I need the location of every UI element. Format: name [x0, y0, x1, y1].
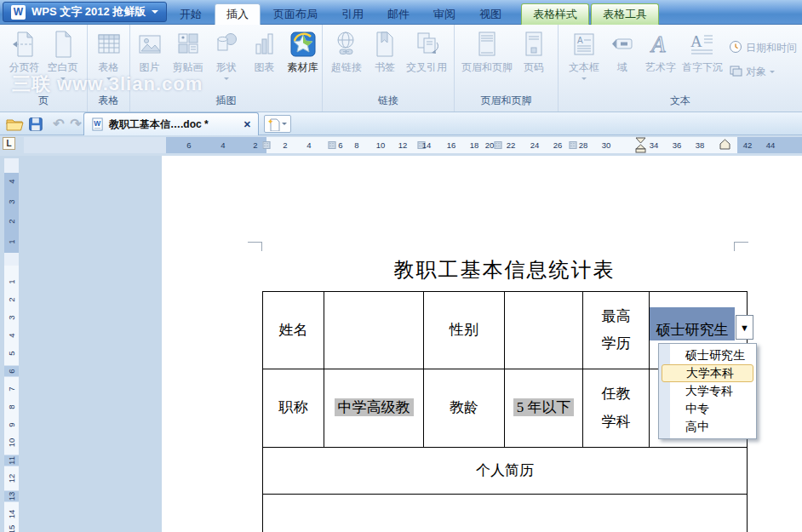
cell-subject-label[interactable]: 任教 学科	[583, 369, 650, 448]
header-footer-icon	[472, 29, 502, 60]
dropdown-option-highlighted[interactable]: 大学本科	[662, 364, 753, 382]
new-document-button[interactable]: ✦	[264, 115, 291, 133]
ribbon-group-text: A 文本框 域 A 艺术字	[559, 25, 802, 112]
tab-table-tools[interactable]: 表格工具	[591, 3, 659, 25]
wordart-icon: A	[645, 29, 676, 60]
cell-gender-label[interactable]: 性别	[424, 292, 505, 369]
date-time-button[interactable]: 日期和时间	[729, 40, 797, 56]
picture-button[interactable]: 图片	[131, 29, 169, 75]
tab-stop-selector[interactable]: L	[3, 137, 15, 150]
clipart-library-button[interactable]: 素材库	[284, 29, 322, 75]
chevron-down-icon	[152, 10, 158, 17]
object-button[interactable]: 对象	[729, 64, 797, 80]
form-field-years[interactable]: 5 年以下	[513, 398, 575, 416]
ruler-tick: 2	[7, 294, 16, 306]
cell-name-value[interactable]	[324, 292, 424, 369]
cell-years-label[interactable]: 教龄	[424, 369, 505, 448]
table-column-marker[interactable]	[495, 141, 502, 149]
cell-resume-body[interactable]	[263, 495, 748, 532]
tab-review[interactable]: 审阅	[422, 3, 467, 25]
text-box-button[interactable]: A 文本框	[565, 29, 603, 83]
indent-markers-icon[interactable]	[635, 137, 646, 154]
header-footer-button[interactable]: 页眉和页脚	[460, 29, 514, 75]
clock-icon	[729, 40, 742, 56]
document-tab[interactable]: W 教职工基本信….doc * ✕	[83, 112, 259, 135]
ruler-tick: 36	[673, 140, 682, 150]
ruler-tick: 18	[470, 140, 479, 150]
redo-button[interactable]: ↷	[66, 115, 85, 133]
dropdown-option[interactable]: 大学专科	[659, 382, 756, 400]
dropdown-arrow-button[interactable]: ▼	[736, 315, 753, 340]
ruler-tick: 10	[7, 437, 16, 449]
dropdown-option[interactable]: 中专	[659, 400, 756, 418]
vertical-ruler[interactable]: 4321123456789101112131415	[4, 158, 19, 532]
table-button[interactable]: 表格	[90, 29, 128, 83]
tab-home[interactable]: 开始	[169, 3, 213, 25]
cell-gender-value[interactable]	[505, 292, 583, 369]
ruler-tick: 4	[7, 329, 16, 342]
bookmark-button[interactable]: 书签	[366, 29, 404, 75]
ruler-tick: 11	[7, 455, 16, 467]
cell-education-label[interactable]: 最高 学历	[583, 292, 650, 369]
ribbon-group-page: 分页符 空白页 页	[0, 25, 88, 112]
close-document-icon[interactable]: ✕	[243, 119, 251, 130]
title-bar: W WPS 文字 2012 抢鲜版 开始 插入 页面布局 引用 邮件 审阅 视图…	[0, 0, 802, 25]
right-indent-marker-icon[interactable]	[719, 139, 730, 150]
group-label-text: 文本	[559, 94, 802, 108]
table-column-marker[interactable]	[263, 141, 271, 149]
field-button[interactable]: 域	[604, 29, 641, 75]
form-field-title[interactable]: 中学高级教	[335, 398, 414, 416]
svg-text:A: A	[650, 31, 666, 57]
cell-years-value[interactable]: 5 年以下	[505, 369, 583, 448]
table-column-marker[interactable]	[570, 141, 577, 149]
hyperlink-button[interactable]: 超链接	[328, 29, 365, 75]
horizontal-ruler[interactable]: L 64224681012141618202224262830343638424…	[0, 135, 802, 156]
document-title[interactable]: 教职工基本信息统计表	[262, 256, 747, 283]
page-break-button[interactable]: 分页符	[6, 29, 43, 75]
cell-name-label[interactable]: 姓名	[263, 292, 324, 369]
table-row	[263, 495, 748, 532]
blank-page-button[interactable]: 空白页	[44, 29, 82, 83]
tab-page-layout[interactable]: 页面布局	[262, 3, 329, 25]
wps-menu-button[interactable]: W WPS 文字 2012 抢鲜版	[3, 2, 167, 22]
ribbon-group-header-footer: 页眉和页脚 页码 页眉和页脚	[455, 25, 559, 112]
blank-page-icon	[48, 29, 78, 60]
page-number-button[interactable]: 页码	[515, 29, 553, 75]
education-dropdown-field[interactable]: 硕士研究生	[650, 307, 735, 340]
ruler-tick: 7	[7, 383, 16, 396]
tab-table-style[interactable]: 表格样式	[521, 3, 589, 25]
ruler-tick: 14	[422, 140, 432, 150]
tab-references[interactable]: 引用	[330, 3, 375, 25]
undo-icon: ↶	[53, 117, 64, 131]
table-row: 个人简历	[263, 448, 748, 495]
margin-corner-mark-right	[734, 242, 748, 251]
ruler-tick: 38	[696, 140, 705, 150]
wordart-button[interactable]: A 艺术字	[642, 29, 679, 75]
open-file-button[interactable]	[5, 115, 24, 133]
ruler-tick: 2	[283, 140, 287, 150]
table-column-marker[interactable]	[329, 141, 336, 149]
clipart-button[interactable]: 剪贴画	[169, 29, 207, 75]
group-label-links: 链接	[323, 94, 454, 108]
ruler-tick: 5	[7, 347, 16, 360]
tab-insert[interactable]: 插入	[215, 3, 261, 25]
drop-cap-button[interactable]: A 首字下沉	[680, 29, 725, 75]
svg-text:A: A	[690, 32, 702, 50]
cell-title-value[interactable]: 中学高级教	[324, 369, 424, 448]
margin-corner-mark-left	[248, 242, 262, 251]
ruler-tick: 4	[306, 140, 311, 150]
shapes-button[interactable]: 形状	[208, 29, 245, 83]
ruler-tick: 26	[553, 140, 563, 150]
chart-button[interactable]: 图表	[246, 29, 284, 75]
dropdown-option[interactable]: 高中	[659, 418, 756, 436]
ruler-tick: 24	[530, 140, 540, 150]
dropdown-option[interactable]: 硕士研究生	[659, 346, 756, 364]
tab-view[interactable]: 视图	[468, 3, 513, 25]
group-label-header-footer: 页眉和页脚	[455, 94, 558, 108]
cross-reference-button[interactable]: 交叉引用	[404, 29, 449, 75]
cell-title-label[interactable]: 职称	[263, 369, 324, 448]
save-button[interactable]	[26, 115, 44, 133]
tab-mailings[interactable]: 邮件	[376, 3, 421, 25]
undo-button[interactable]: ↶	[49, 115, 68, 133]
cell-resume-header[interactable]: 个人简历	[263, 448, 748, 495]
